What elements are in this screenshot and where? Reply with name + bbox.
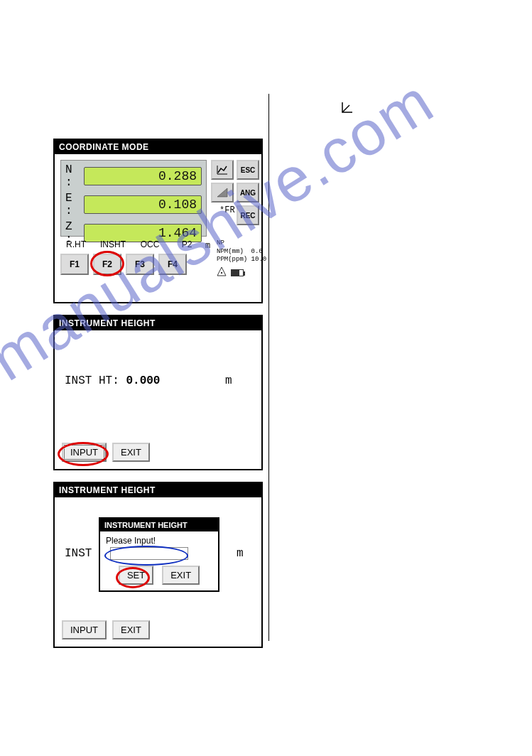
panel-body: N : 0.288 E : 0.108 Z : 1.464 bbox=[55, 154, 261, 302]
unit-label: m bbox=[237, 547, 244, 560]
dialog-button-row: SET EXIT bbox=[106, 566, 212, 585]
panel-body: INST m INSTRUMENT HEIGHT Please Input! S… bbox=[55, 497, 261, 647]
inst-ht-label: INST HT: bbox=[65, 374, 119, 387]
status-icon-row bbox=[217, 266, 244, 279]
svg-marker-2 bbox=[217, 267, 226, 276]
lcd-display: N : 0.288 E : 0.108 Z : 1.464 bbox=[60, 160, 207, 237]
dialog-body: Please Input! SET EXIT bbox=[100, 531, 218, 590]
instrument-height-dialog-panel: INSTRUMENT HEIGHT INST m INSTRUMENT HEIG… bbox=[53, 482, 263, 648]
inst-ht-value: 0.000 bbox=[126, 374, 160, 387]
vertical-divider bbox=[268, 94, 269, 641]
panel-title: INSTRUMENT HEIGHT bbox=[55, 316, 261, 330]
coord-row-e: E : 0.108 bbox=[65, 192, 202, 217]
fkey-hint: OCC bbox=[134, 239, 165, 249]
coord-row-n: N : 0.288 bbox=[65, 163, 202, 189]
f2-button[interactable]: F2 bbox=[93, 254, 121, 275]
esc-button[interactable]: ESC bbox=[237, 160, 259, 180]
unit-label: m bbox=[225, 374, 232, 387]
svg-marker-1 bbox=[217, 188, 227, 197]
coord-value-e: 0.108 bbox=[84, 195, 202, 214]
exit-button[interactable]: EXIT bbox=[112, 443, 150, 462]
instrument-height-panel: INSTRUMENT HEIGHT INST HT: 0.000 m INPUT… bbox=[53, 315, 263, 470]
fkey-hint-row: R.HT INSHT OCC P2 bbox=[60, 239, 202, 249]
npm-value: NPM(mm) 0.0 bbox=[217, 248, 266, 256]
info-block: NP NPM(mm) 0.0 PPM(ppm) 10.0 bbox=[217, 239, 266, 264]
fkey-button-row: F1 F2 F3 F4 bbox=[60, 254, 187, 275]
panel-title: COORDINATE MODE bbox=[55, 140, 261, 154]
panel-body: INST HT: 0.000 m INPUT EXIT bbox=[55, 330, 261, 469]
dialog-prompt: Please Input! bbox=[106, 536, 212, 546]
graph-button[interactable] bbox=[211, 160, 234, 180]
np-label: NP bbox=[217, 239, 266, 248]
coord-value-n: 0.288 bbox=[84, 167, 202, 185]
button-row: INPUT EXIT bbox=[62, 620, 150, 639]
coord-label: N : bbox=[65, 163, 84, 189]
input-dialog: INSTRUMENT HEIGHT Please Input! SET EXIT bbox=[99, 517, 219, 592]
f1-button[interactable]: F1 bbox=[60, 254, 89, 275]
side-button-column: ESC ANG *FR REC bbox=[211, 160, 262, 228]
button-row: INPUT EXIT bbox=[62, 443, 150, 462]
fkey-hint: P2 bbox=[171, 239, 202, 249]
coord-label: E : bbox=[65, 192, 84, 217]
battery-icon bbox=[231, 269, 244, 276]
panel-title: INSTRUMENT HEIGHT bbox=[55, 483, 261, 497]
unit-m-label: m bbox=[205, 241, 210, 251]
inst-label: INST bbox=[65, 547, 92, 560]
inst-ht-readout: INST HT: 0.000 bbox=[65, 374, 160, 387]
exit-button[interactable]: EXIT bbox=[112, 620, 150, 639]
ppm-value: PPM(ppm) 10.0 bbox=[217, 256, 266, 264]
laser-icon bbox=[217, 266, 227, 279]
fr-label: *FR bbox=[211, 205, 234, 225]
fkey-hint: R.HT bbox=[60, 239, 92, 249]
set-button[interactable]: SET bbox=[119, 566, 153, 585]
f3-button[interactable]: F3 bbox=[126, 254, 154, 275]
coordinate-mode-panel: COORDINATE MODE N : 0.288 E : 0.108 Z : … bbox=[53, 139, 263, 303]
input-button[interactable]: INPUT bbox=[62, 620, 107, 639]
dialog-title: INSTRUMENT HEIGHT bbox=[100, 519, 218, 531]
dialog-exit-button[interactable]: EXIT bbox=[162, 566, 200, 585]
rec-button[interactable]: REC bbox=[237, 205, 259, 225]
height-input[interactable] bbox=[110, 547, 188, 560]
fkey-hint: INSHT bbox=[97, 239, 129, 249]
signal-button[interactable] bbox=[211, 183, 234, 202]
f4-button[interactable]: F4 bbox=[158, 254, 187, 275]
angle-icon bbox=[340, 99, 355, 119]
left-column: COORDINATE MODE N : 0.288 E : 0.108 Z : … bbox=[53, 139, 263, 659]
svg-line-0 bbox=[342, 105, 349, 112]
ang-button[interactable]: ANG bbox=[237, 183, 259, 202]
input-button[interactable]: INPUT bbox=[62, 443, 107, 462]
svg-point-3 bbox=[221, 272, 222, 274]
